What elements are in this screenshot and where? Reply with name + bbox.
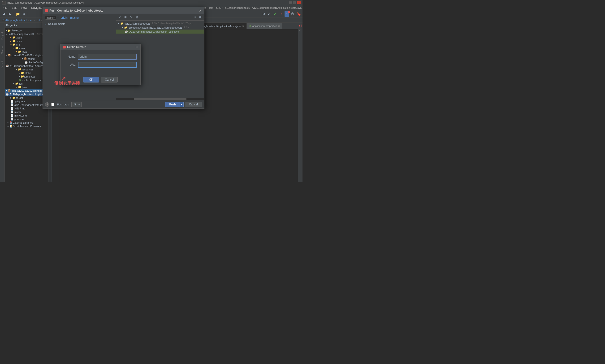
push-src-sub: 1 file (183, 26, 189, 29)
push-tags-label: Push tags: (57, 103, 69, 106)
local-branch-label: master (45, 16, 56, 20)
push-dialog-icon (45, 9, 48, 12)
push-file-root-icon: 📁 (120, 22, 124, 25)
push-bottom-right: Push ▾ Cancel (165, 102, 202, 107)
push-file-src-path[interactable]: ▾ 📁 src\test\java\com\a1207\a1207springb… (116, 26, 204, 29)
push-dialog-close-button[interactable]: ✕ (199, 9, 202, 13)
push-file-root[interactable]: ▾ 📁 a1207springboottest1 1 file D:\JavaE… (116, 22, 204, 26)
dr-buttons: OK Cancel (61, 74, 140, 85)
remote-branch-label[interactable]: master (70, 16, 79, 19)
commit-label: RedisTemplate (48, 23, 65, 25)
overlay: Push Commits to a1207springboottest1 ✕ m… (0, 0, 303, 182)
push-file-apptest[interactable]: ☕ A1207springboottest1ApplicationTests.j… (116, 29, 204, 34)
remote-label[interactable]: origin (61, 16, 68, 19)
push-settings-button[interactable]: ⊞ (198, 15, 203, 20)
push-dialog-title-text: Push Commits to a1207springboottest1 (49, 9, 103, 12)
push-push-dropdown[interactable]: ▾ (180, 102, 184, 107)
commit-item-redistemplate[interactable]: ● RedisTemplate (43, 22, 116, 26)
push-expand-button[interactable]: ⤢ (117, 15, 122, 20)
push-scrollbar-thumb[interactable] (134, 98, 187, 100)
push-scrollbar[interactable] (116, 98, 204, 100)
push-cancel-button[interactable]: Cancel (185, 102, 202, 107)
dr-icon (63, 46, 66, 49)
push-apptest-icon: ☕ (125, 30, 128, 33)
push-dialog-title-left: Push Commits to a1207springboottest1 (45, 9, 103, 12)
push-right-toolbar: ⤢ ⊞ ✎ 🖼 ≡ ⊞ (116, 14, 204, 21)
push-button-group: Push ▾ (165, 102, 183, 107)
dr-name-input[interactable] (78, 54, 137, 60)
push-src-icon: 📁 (124, 26, 127, 29)
define-remote-dialog: Define Remote ✕ Name: URL: OK Cancel (60, 44, 141, 85)
push-image-button[interactable]: 🖼 (134, 15, 139, 20)
push-file-root-label: a1207springboottest1 (125, 22, 150, 25)
push-grid-button[interactable]: ⊞ (123, 15, 128, 20)
push-apptest-label: A1207springboottest1ApplicationTests.jav… (129, 30, 179, 33)
define-remote-body: Name: URL: (61, 50, 140, 74)
define-remote-close-button[interactable]: ✕ (135, 45, 138, 49)
dr-name-row: Name: (64, 54, 137, 60)
remote-colon: : (68, 16, 69, 19)
push-push-button[interactable]: Push (165, 102, 180, 107)
push-right-right-icons: ≡ ⊞ (193, 15, 203, 20)
dr-url-input[interactable] (78, 62, 137, 68)
commit-icon: ● (45, 23, 47, 25)
dr-url-label: URL: (64, 63, 76, 66)
push-help-button[interactable]: ? (45, 102, 49, 107)
push-src-label: src\test\java\com\a1207\a1207springboott… (128, 26, 182, 29)
push-dialog-bottom: ? Push tags: All Push ▾ Cancel (43, 100, 204, 108)
dr-cancel-button[interactable]: Cancel (101, 77, 118, 82)
push-file-root-sub: 1 file D:\JavaEnterpriseWeb\a1207spr... (151, 22, 193, 25)
push-branch-row: master → origin : master (43, 14, 116, 22)
dr-title-text: Define Remote (67, 45, 86, 49)
push-edit-button[interactable]: ✎ (129, 15, 133, 20)
push-tags-checkbox[interactable] (51, 103, 54, 106)
dr-title-left: Define Remote (63, 45, 86, 49)
push-tags-select[interactable]: All (71, 102, 81, 107)
push-list-button[interactable]: ≡ (193, 15, 198, 20)
push-arrow: → (57, 16, 60, 19)
dr-name-label: Name: (64, 55, 76, 58)
push-src-expand: ▾ (122, 26, 123, 29)
define-remote-title-bar: Define Remote ✕ (61, 44, 140, 50)
push-dialog-title-bar: Push Commits to a1207springboottest1 ✕ (43, 7, 204, 14)
dr-ok-button[interactable]: OK (83, 77, 99, 82)
push-file-root-expand: ▾ (118, 22, 119, 25)
dr-url-row: URL: (64, 62, 137, 68)
